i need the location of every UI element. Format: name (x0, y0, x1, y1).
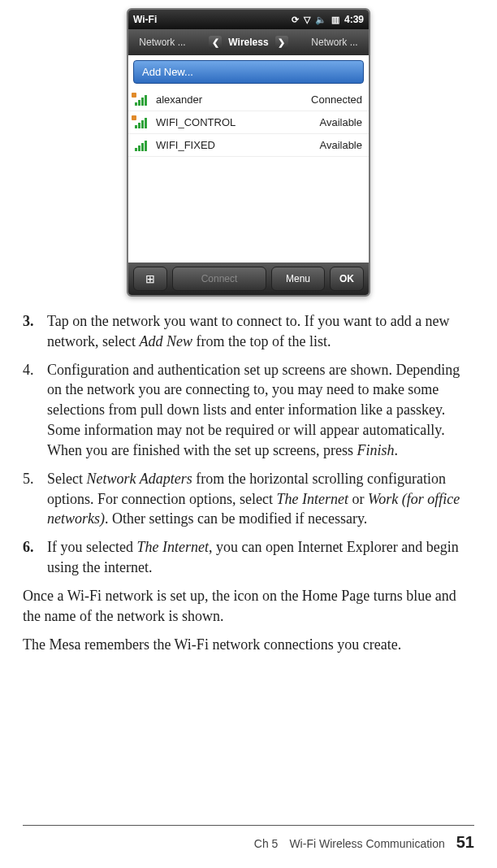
network-row[interactable]: alexander Connected (128, 89, 369, 111)
footer-rule (23, 825, 474, 826)
chevron-left-icon[interactable]: ❮ (209, 36, 222, 49)
step-body: If you selected The Internet, you can op… (47, 537, 474, 578)
sync-icon: ⟳ (292, 15, 299, 24)
phone-screenshot: Wi-Fi ⟳ ▽ 🔈 ▥ 4:39 Network ... ❮ Wireles… (127, 8, 370, 297)
step-body: Select Network Adapters from the horizon… (47, 469, 474, 529)
tab-left-label[interactable]: Network ... (128, 37, 197, 48)
lock-icon (132, 93, 136, 98)
network-status: Available (319, 139, 362, 151)
paragraph: Once a Wi-Fi network is set up, the icon… (23, 586, 474, 627)
instruction-list: 3. Tap on the network you want to connec… (23, 311, 474, 578)
app-title: Wi-Fi (133, 14, 157, 25)
bottom-bar: ⊞ Connect Menu OK (128, 263, 369, 295)
network-status: Connected (311, 93, 362, 106)
battery-icon: ▥ (331, 15, 339, 24)
clock: 4:39 (344, 14, 364, 25)
connect-button[interactable]: Connect (172, 267, 266, 291)
network-row[interactable]: WIFI_CONTROL Available (128, 111, 369, 134)
network-name: WIFI_FIXED (156, 139, 319, 151)
status-bar: Wi-Fi ⟳ ▽ 🔈 ▥ 4:39 (128, 10, 369, 29)
ok-button[interactable]: OK (330, 267, 364, 291)
footer-chapter: Ch 5 (254, 837, 279, 850)
network-list: alexander Connected WIFI_CONTROL Availab… (128, 89, 369, 157)
tab-bar[interactable]: Network ... ❮ Wireless ❯ Network ... (128, 29, 369, 55)
chevron-right-icon[interactable]: ❯ (275, 36, 288, 49)
windows-button[interactable]: ⊞ (133, 267, 167, 291)
paragraph: The Mesa remembers the Wi-Fi network con… (23, 635, 474, 655)
network-name: WIFI_CONTROL (156, 116, 319, 128)
network-name: alexander (156, 93, 311, 106)
step-number: 5. (23, 469, 47, 529)
windows-icon: ⊞ (145, 272, 155, 285)
page-number: 51 (456, 833, 474, 852)
wifi-signal-icon (135, 117, 149, 128)
step-6: 6. If you selected The Internet, you can… (23, 537, 474, 578)
add-new-button[interactable]: Add New... (133, 60, 364, 84)
step-4: 4. Configuration and authentication set … (23, 360, 474, 461)
network-status: Available (319, 116, 362, 128)
lock-icon (132, 115, 136, 120)
tab-center-label: Wireless (228, 37, 268, 48)
step-3: 3. Tap on the network you want to connec… (23, 311, 474, 352)
step-body: Configuration and authentication set up … (47, 360, 474, 461)
network-row[interactable]: WIFI_FIXED Available (128, 134, 369, 157)
footer-title: Wi-Fi Wireless Communication (289, 837, 444, 850)
tab-right-label[interactable]: Network ... (300, 37, 369, 48)
volume-icon: 🔈 (315, 15, 326, 24)
step-number: 3. (23, 311, 47, 352)
step-number: 4. (23, 360, 47, 461)
wifi-signal-icon (135, 94, 149, 106)
step-5: 5. Select Network Adapters from the hori… (23, 469, 474, 529)
menu-button[interactable]: Menu (271, 267, 325, 291)
page-footer: Ch 5 Wi-Fi Wireless Communication 51 (254, 833, 474, 852)
signal-icon: ▽ (304, 15, 310, 24)
status-icons: ⟳ ▽ 🔈 ▥ (292, 15, 339, 24)
step-number: 6. (23, 537, 47, 578)
step-body: Tap on the network you want to connect t… (47, 311, 474, 352)
wifi-signal-icon (135, 140, 149, 151)
